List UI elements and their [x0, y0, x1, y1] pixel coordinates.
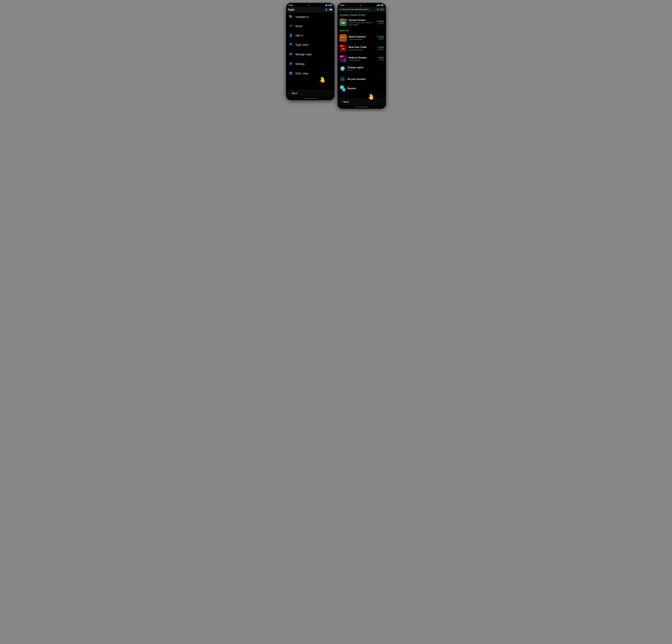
back-bar-right[interactable]: ← Back	[337, 98, 386, 105]
chevron-icon: ›	[383, 78, 384, 80]
store-item-hud[interactable]: -30% ↖ 58m25m Head-up Display Lifetime l…	[337, 54, 386, 64]
globe-icon: 🌍	[340, 67, 345, 71]
hud-price-old: 9,99 €	[379, 59, 384, 61]
menu-label-store: Sygic Store	[296, 43, 309, 46]
store-header: ID: IBFA5915C2CB7D8BH61BE1AEA8A2... 👤 GP…	[337, 7, 386, 12]
traffic-info: Real-Time Traffic 1 year subscription	[349, 46, 376, 51]
camper-desc: Lifetime license with 3 years of map upd…	[349, 22, 376, 26]
search-icon: 🔍	[289, 15, 293, 19]
store-id-text: ID: IBFA5915C2CB7D8BH61BE1AEA8A2...	[339, 9, 376, 10]
profile-icon-right: 👤	[376, 8, 379, 11]
left-phone: 13:55 ► ⊛ ▌ Sygic 👤 GPS 🔍 Navigate to...	[286, 3, 335, 100]
signal-icon-right	[376, 4, 379, 6]
hud-icon: -30% ↖ 58m25m	[339, 55, 347, 62]
battery-icon-right: ▌	[381, 4, 384, 6]
menu-label-route: Route	[296, 25, 302, 28]
menu-item-signin[interactable]: 👤 Sign In	[286, 31, 335, 40]
cycle-icon: ↻	[342, 88, 346, 92]
store-item-camper[interactable]: -45% 🚌 Europe Camper Lifetime license wi…	[337, 17, 386, 28]
settings-icon	[289, 62, 293, 66]
section-featured: Caravan, Camper & Bus	[337, 12, 386, 17]
status-icons-left: ⊛ ▌	[325, 4, 332, 6]
region-icon: 🌍	[339, 66, 346, 72]
camper-badge: -45%	[340, 19, 344, 21]
menu-item-sos[interactable]: SOS / Help	[286, 69, 335, 79]
home-indicator-right	[337, 105, 386, 109]
store-item-traffic[interactable]: -40% 🚗 Real-Time Traffic 1 year subscrip…	[337, 43, 386, 54]
speed-price-new: 11,99 €	[377, 36, 384, 38]
location-icon-right: ►	[360, 4, 361, 6]
traffic-pricing: 11,99 € 19,99 €	[377, 46, 384, 50]
wifi-icon-left: ⊛	[328, 4, 329, 6]
store-item-speed[interactable]: -40% 📷 Speed Cameras 1 year subscription…	[337, 33, 386, 43]
speed-icon: -40% 📷	[339, 34, 347, 42]
map-icon	[289, 52, 293, 57]
profile-icon-left: 👤	[325, 8, 328, 11]
signal-icon-left	[325, 4, 327, 6]
menu-label-signin: Sign In	[296, 34, 303, 37]
store-item-licenses[interactable]: ⓘ All your licenses ›	[337, 74, 386, 84]
info-icon: ⓘ	[339, 76, 346, 82]
person-icon: 👤	[289, 34, 293, 37]
camper-price-new: 54,99 €	[377, 20, 384, 22]
menu-label-maps: Manage maps	[296, 53, 312, 56]
traffic-name: Real-Time Traffic	[349, 46, 376, 48]
location-icon-left: ►	[308, 4, 310, 6]
status-icons-right: ⊛ ▌	[376, 4, 384, 6]
hud-info: Head-up Display Lifetime license	[349, 56, 377, 61]
menu-label-settings: Settings	[296, 62, 305, 66]
traffic-icon: -40% 🚗	[339, 45, 347, 52]
traffic-badge: -40%	[340, 45, 344, 47]
region-desc: Europe	[347, 69, 384, 71]
licenses-info: All your licenses	[347, 78, 382, 80]
status-bar-left: 13:55 ► ⊛ ▌	[286, 3, 335, 7]
menu-list: 🔍 Navigate to... Route 👤 Sign In Sygic S…	[286, 12, 335, 90]
restore-info: Restore	[347, 87, 384, 90]
speed-price-old: 19,99 €	[377, 38, 384, 40]
camper-name: Europe Camper	[349, 19, 376, 22]
menu-item-store[interactable]: Sygic Store	[286, 40, 335, 50]
licenses-name: All your licenses	[347, 78, 382, 80]
back-label-right: ← Back	[340, 101, 349, 103]
battery-icon-left: ▌	[330, 4, 332, 6]
route-icon	[289, 24, 293, 28]
camper-price-old: 99,99 €	[377, 22, 384, 24]
cart-icon	[289, 43, 293, 47]
app-header-left: Sygic 👤 GPS	[286, 7, 335, 12]
store-id-bar: ID: IBFA5915C2CB7D8BH61BE1AEA8A2... 👤 GP…	[339, 8, 384, 11]
speed-desc: 1 year subscription	[349, 38, 376, 40]
menu-item-settings[interactable]: Settings	[286, 59, 335, 69]
time-right: 14:02	[340, 4, 345, 6]
menu-item-navigate[interactable]: 🔍 Navigate to...	[286, 12, 335, 22]
camper-info: Europe Camper Lifetime license with 3 ye…	[349, 19, 376, 26]
menu-item-route[interactable]: Route	[286, 22, 335, 31]
home-bar-left	[303, 98, 317, 99]
home-bar-right	[355, 107, 369, 107]
back-label-left: ← Back	[289, 92, 297, 95]
section-addons: Add-ons	[337, 28, 386, 33]
back-bar-left[interactable]: ← Back	[286, 90, 335, 97]
menu-label-navigate: Navigate to...	[296, 15, 311, 19]
hud-badge: -30%	[340, 55, 344, 57]
region-info: Change region Europe	[347, 66, 384, 71]
camper-icon: -45% 🚌	[339, 19, 347, 26]
status-bar-right: 14:02 ► ⊛ ▌	[337, 3, 386, 7]
region-name: Change region	[347, 66, 384, 69]
store-item-region[interactable]: 🌍 Change region Europe	[337, 64, 386, 73]
header-icons-left: 👤 GPS	[325, 8, 333, 11]
camper-pricing: 54,99 € 99,99 €	[377, 20, 384, 24]
right-phone: 14:02 ► ⊛ ▌ ID: IBFA5915C2CB7D8BH61BE1AE…	[337, 3, 386, 109]
time-left: 13:55	[288, 4, 293, 6]
wifi-icon-right: ⊛	[379, 4, 381, 6]
app-title-left: Sygic	[288, 8, 295, 11]
speed-info: Speed Cameras 1 year subscription	[349, 35, 376, 40]
menu-item-maps[interactable]: Manage maps	[286, 50, 335, 59]
plus-icon	[289, 71, 293, 76]
restore-name: Restore	[347, 87, 384, 90]
traffic-price-new: 11,99 €	[377, 46, 384, 48]
home-indicator-left	[286, 97, 335, 100]
hud-pricing: 6,99 € 9,99 €	[379, 57, 384, 61]
hud-price-new: 6,99 €	[379, 57, 384, 59]
hud-name: Head-up Display	[349, 56, 377, 59]
store-item-restore[interactable]: ✓ ↻ Restore	[337, 84, 386, 93]
